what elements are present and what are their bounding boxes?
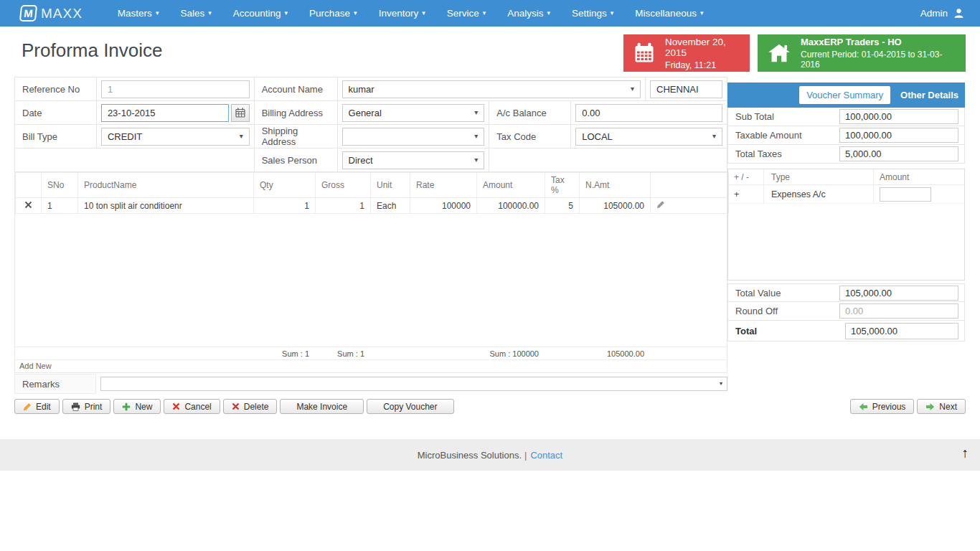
taxable-amount-input[interactable]	[839, 128, 958, 143]
previous-button[interactable]: Previous	[850, 399, 915, 414]
brand-logo[interactable]: M MAXX	[20, 5, 83, 22]
col-unit: Unit	[371, 173, 410, 198]
adj-type: Expenses A/c	[764, 185, 874, 203]
date-box: November 20, 2015 Friday, 11:21	[623, 34, 750, 72]
sum-qty: Sum : 1	[253, 349, 315, 358]
adjustments-table: + / - Type Amount + Expenses A/c	[727, 169, 965, 281]
x-icon	[172, 402, 180, 410]
remarks-row: Remarks ▾	[14, 374, 727, 394]
cell-sno: 1	[42, 198, 78, 214]
menu-inventory[interactable]: Inventory▾	[368, 0, 436, 27]
tab-other-details[interactable]: Other Details	[899, 86, 960, 104]
home-icon	[768, 42, 791, 64]
menu-masters[interactable]: Masters▾	[107, 0, 170, 27]
next-button[interactable]: Next	[917, 399, 966, 414]
voucher-summary-panel: Voucher Summary Other Details Sub Total …	[727, 83, 965, 342]
ac-balance-label: A/c Balance	[489, 101, 571, 125]
total-value-input[interactable]	[839, 286, 958, 301]
print-button[interactable]: Print	[62, 399, 111, 414]
chevron-down-icon: ▾	[240, 133, 243, 140]
empty-cell	[489, 149, 727, 172]
delete-row-icon[interactable]	[24, 201, 32, 209]
item-row: 1 10 ton split air conditioenr 1 1 Each …	[16, 198, 729, 214]
page-title: Proforma Invoice	[22, 39, 163, 62]
total-label: Total	[728, 326, 839, 336]
edit-button[interactable]: Edit	[14, 399, 60, 414]
adj-amount-input[interactable]	[880, 187, 931, 202]
tab-voucher-summary[interactable]: Voucher Summary	[799, 86, 890, 104]
date-input[interactable]	[101, 104, 229, 122]
chevron-down-icon: ▾	[156, 10, 159, 17]
tax-code-select[interactable]: LOCAL ▾	[575, 128, 722, 146]
col-namt: N.Amt	[580, 173, 651, 198]
menu-analysis[interactable]: Analysis▾	[496, 0, 561, 27]
cell-product: 10 ton split air conditioenr	[78, 198, 254, 214]
reference-no-label: Reference No	[15, 77, 97, 101]
chevron-down-icon: ▾	[720, 381, 722, 387]
chevron-down-icon: ▾	[631, 85, 634, 93]
remarks-select[interactable]: ▾	[100, 377, 727, 391]
col-qty: Qty	[254, 173, 316, 198]
account-name-combo[interactable]: kumar ▾	[342, 80, 641, 98]
menu-purchase[interactable]: Purchase▾	[298, 0, 368, 27]
printer-icon	[71, 402, 80, 411]
new-button[interactable]: New	[113, 399, 161, 414]
calendar-icon	[633, 42, 655, 64]
sub-total-input[interactable]	[839, 109, 958, 124]
bill-type-select[interactable]: CREDIT ▾	[101, 128, 250, 146]
cell-qty: 1	[254, 198, 316, 214]
chevron-down-icon: ▾	[474, 109, 478, 116]
col-productname: ProductName	[78, 173, 254, 198]
chevron-down-icon: ▾	[700, 10, 704, 17]
shipping-address-select[interactable]: ▾	[342, 128, 485, 146]
taxable-amount-label: Taxable Amount	[728, 130, 839, 141]
company-box: MaxxERP Traders - HO Current Period: 01-…	[758, 34, 966, 72]
make-invoice-button[interactable]: Make Invoice	[280, 399, 364, 414]
reference-no-input[interactable]	[101, 80, 250, 98]
calendar-button[interactable]	[231, 104, 250, 122]
ac-balance-input[interactable]	[575, 104, 722, 122]
delete-column-header	[16, 173, 42, 198]
adjustment-row: + Expenses A/c	[728, 185, 964, 204]
menu-accounting[interactable]: Accounting▾	[222, 0, 298, 27]
chevron-down-icon: ▾	[611, 10, 614, 17]
adj-sign: +	[728, 185, 764, 203]
cell-amount: 100000.00	[477, 198, 545, 214]
user-menu[interactable]: Admin	[920, 8, 964, 19]
items-sum-row: Sum : 1 Sum : 1 Sum : 100000 105000.00	[15, 347, 727, 360]
sales-person-select[interactable]: Direct ▾	[342, 151, 485, 169]
x-icon	[232, 402, 240, 410]
scroll-top-icon[interactable]: ↑	[962, 446, 969, 460]
billing-address-select[interactable]: General ▾	[342, 104, 485, 122]
col-sno: SNo	[42, 173, 78, 198]
menu-miscellaneous[interactable]: Miscellaneous▾	[624, 0, 714, 27]
add-new-link[interactable]: Add New	[15, 360, 727, 372]
chevron-down-icon: ▾	[712, 133, 716, 140]
footer-text: MicroBusiness Solutions.	[418, 450, 522, 461]
menu-service[interactable]: Service▾	[436, 0, 497, 27]
total-input[interactable]	[845, 323, 958, 339]
date-label: Date	[15, 101, 97, 125]
invoice-form-area: Reference No Account Name kumar ▾ Date	[14, 77, 727, 394]
cancel-button[interactable]: Cancel	[164, 399, 220, 414]
edit-column-header	[651, 173, 729, 198]
menu-sales[interactable]: Sales▾	[169, 0, 222, 27]
page-footer: MicroBusiness Solutions. | Contact ↑	[0, 439, 980, 471]
round-off-input[interactable]	[839, 303, 958, 319]
delete-button[interactable]: Delete	[223, 399, 278, 414]
page-header: Proforma Invoice November 20, 2015 Frida…	[0, 27, 980, 77]
menu-settings[interactable]: Settings▾	[561, 0, 624, 27]
chevron-down-icon: ▾	[354, 10, 357, 17]
total-taxes-input[interactable]	[839, 146, 958, 161]
header-info-boxes: November 20, 2015 Friday, 11:21 MaxxERP …	[623, 34, 966, 72]
col-type: Type	[764, 169, 874, 184]
items-grid: SNo ProductName Qty Gross Unit Rate Amou…	[14, 172, 727, 373]
contact-link[interactable]: Contact	[530, 450, 562, 461]
summary-tabbar: Voucher Summary Other Details	[727, 83, 965, 108]
account-city-input[interactable]	[650, 80, 722, 98]
copy-voucher-button[interactable]: Copy Voucher	[367, 399, 453, 414]
edit-row-icon[interactable]	[656, 200, 665, 209]
current-period: Current Period: 01-04-2015 to 31-03-2016	[801, 50, 954, 70]
col-tax: Tax %	[545, 173, 580, 198]
chevron-down-icon: ▾	[474, 156, 478, 164]
